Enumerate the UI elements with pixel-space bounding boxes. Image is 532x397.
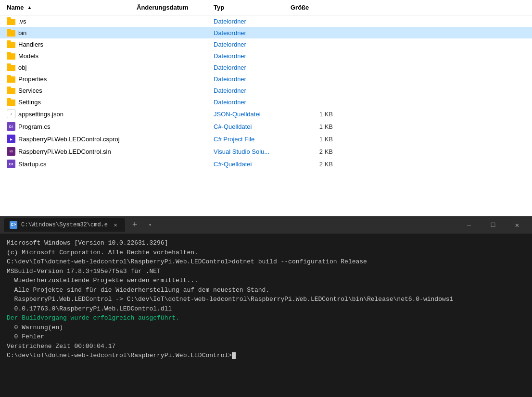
sln-icon: VS <box>7 147 15 156</box>
col-type[interactable]: Typ <box>211 2 288 13</box>
file-name-cell: bin <box>4 28 134 37</box>
file-name-cell: Services <box>4 86 134 95</box>
terminal-line: 0.0.17763.0\RaspberryPi.Web.LEDControl.d… <box>7 304 525 314</box>
table-row[interactable]: .vs Dateiordner <box>0 15 532 27</box>
file-explorer: Name ▲ Änderungsdatum Typ Größe .vs Date… <box>0 0 532 216</box>
file-date-cell <box>134 20 211 22</box>
file-name-cell: Handlers <box>4 39 134 49</box>
file-name-cell: C# Program.cs <box>4 121 134 132</box>
file-size-cell <box>288 43 336 45</box>
terminal-line: Wiederherzustellende Projekte werden erm… <box>7 276 525 285</box>
file-date-cell <box>134 101 211 103</box>
file-date-cell <box>134 125 211 127</box>
file-size-cell: 2 KB <box>288 160 336 169</box>
col-name[interactable]: Name ▲ <box>4 2 134 13</box>
file-date-cell <box>134 55 211 57</box>
cmd-icon: C> <box>10 221 17 229</box>
table-row[interactable]: C# Program.cs C#-Quelldatei 1 KB <box>0 120 532 133</box>
tab-close-button[interactable]: ✕ <box>112 221 119 229</box>
terminal-window: C> C:\Windows\System32\cmd.e ✕ + ▾ — □ ✕… <box>0 216 532 397</box>
file-name-label: obj <box>18 64 26 71</box>
file-name-cell: VS RaspberryPi.Web.LEDControl.sln <box>4 146 134 157</box>
file-size-cell: 2 KB <box>288 147 336 156</box>
file-size-cell <box>288 55 336 57</box>
terminal-tab[interactable]: C> C:\Windows\System32\cmd.e ✕ <box>4 218 125 232</box>
new-tab-button[interactable]: + <box>128 218 141 232</box>
file-type-cell: Dateiordner <box>211 98 288 107</box>
file-date-cell <box>134 32 211 34</box>
table-row[interactable]: VS RaspberryPi.Web.LEDControl.sln Visual… <box>0 145 532 158</box>
file-name-label: .vs <box>18 18 26 25</box>
terminal-line: Alle Projekte sind für die Wiederherstel… <box>7 285 525 295</box>
sort-arrow: ▲ <box>27 5 32 10</box>
file-name-cell: C# Startup.cs <box>4 159 134 169</box>
file-size-cell <box>288 66 336 68</box>
file-name-label: Settings <box>18 99 41 106</box>
table-row[interactable]: bin Dateiordner <box>0 27 532 38</box>
table-row[interactable]: Properties Dateiordner <box>0 73 532 85</box>
file-type-cell: Dateiordner <box>211 28 288 37</box>
terminal-line: (c) Microsoft Corporation. Alle Rechte v… <box>7 248 525 258</box>
folder-icon <box>7 63 15 71</box>
tab-label: C:\Windows\System32\cmd.e <box>21 222 108 228</box>
file-size-cell <box>288 101 336 103</box>
terminal-line: Der Buildvorgang wurde erfolgreich ausge… <box>7 313 525 323</box>
file-type-cell: Dateiordner <box>211 63 288 72</box>
terminal-line: RaspberryPi.Web.LEDControl -> C:\dev\IoT… <box>7 295 525 304</box>
file-name-label: Handlers <box>18 41 43 48</box>
terminal-body: Microsoft Windows [Version 10.0.22631.32… <box>0 234 532 397</box>
table-row[interactable]: Services Dateiordner <box>0 85 532 96</box>
csproj-icon: ▶ <box>7 135 15 143</box>
file-type-cell: C# Project File <box>211 135 288 144</box>
file-name-cell: Models <box>4 51 134 61</box>
table-row[interactable]: Settings Dateiordner <box>0 96 532 108</box>
folder-icon <box>7 75 15 83</box>
file-size-cell: 1 KB <box>288 135 336 144</box>
file-type-cell: JSON-Quelldatei <box>211 110 288 119</box>
folder-icon <box>7 17 15 25</box>
file-type-cell: Dateiordner <box>211 86 288 95</box>
file-name-label: Program.cs <box>18 123 50 130</box>
file-size-cell: 1 KB <box>288 110 336 119</box>
col-name-label: Name <box>7 4 24 11</box>
table-row[interactable]: ▶ RaspberryPi.Web.LEDControl.csproj C# P… <box>0 133 532 145</box>
terminal-titlebar: C> C:\Windows\System32\cmd.e ✕ + ▾ — □ ✕ <box>0 216 532 234</box>
tab-dropdown-button[interactable]: ▾ <box>144 219 156 231</box>
cs-icon: C# <box>7 160 15 168</box>
file-size-cell <box>288 20 336 22</box>
folder-icon <box>7 40 15 48</box>
close-button[interactable]: ✕ <box>506 216 528 234</box>
minimize-button[interactable]: — <box>458 216 480 234</box>
folder-icon <box>7 52 15 60</box>
file-date-cell <box>134 43 211 45</box>
table-row[interactable]: Handlers Dateiordner <box>0 38 532 50</box>
terminal-window-controls: — □ ✕ <box>458 216 528 234</box>
table-header: Name ▲ Änderungsdatum Typ Größe <box>0 0 532 15</box>
col-size[interactable]: Größe <box>288 2 336 13</box>
table-row[interactable]: Models Dateiordner <box>0 50 532 62</box>
file-name-cell: J appsettings.json <box>4 109 134 119</box>
col-type-label: Typ <box>214 4 224 11</box>
file-date-cell <box>134 78 211 80</box>
terminal-line: Microsoft Windows [Version 10.0.22631.32… <box>7 238 525 248</box>
file-size-cell <box>288 89 336 91</box>
maximize-button[interactable]: □ <box>482 216 504 234</box>
table-row[interactable]: C# Startup.cs C#-Quelldatei 2 KB <box>0 158 532 170</box>
file-type-cell: Dateiordner <box>211 40 288 49</box>
file-type-cell: C#-Quelldatei <box>211 160 288 169</box>
file-name-label: Properties <box>18 75 47 83</box>
file-name-label: RaspberryPi.Web.LEDControl.csproj <box>18 136 120 143</box>
terminal-line: C:\dev\IoT\dotnet-web-ledcontrol\Raspber… <box>7 257 525 267</box>
file-type-cell: Dateiordner <box>211 17 288 26</box>
file-name-cell: ▶ RaspberryPi.Web.LEDControl.csproj <box>4 134 134 144</box>
file-size-cell: 1 KB <box>288 122 336 131</box>
file-name-cell: .vs <box>4 16 134 26</box>
file-name-label: appsettings.json <box>18 111 63 118</box>
file-date-cell <box>134 113 211 115</box>
file-date-cell <box>134 89 211 91</box>
terminal-cursor <box>232 352 236 359</box>
col-date[interactable]: Änderungsdatum <box>134 2 211 13</box>
table-row[interactable]: J appsettings.json JSON-Quelldatei 1 KB <box>0 108 532 120</box>
table-row[interactable]: obj Dateiordner <box>0 62 532 73</box>
file-name-label: RaspberryPi.Web.LEDControl.sln <box>18 148 111 155</box>
